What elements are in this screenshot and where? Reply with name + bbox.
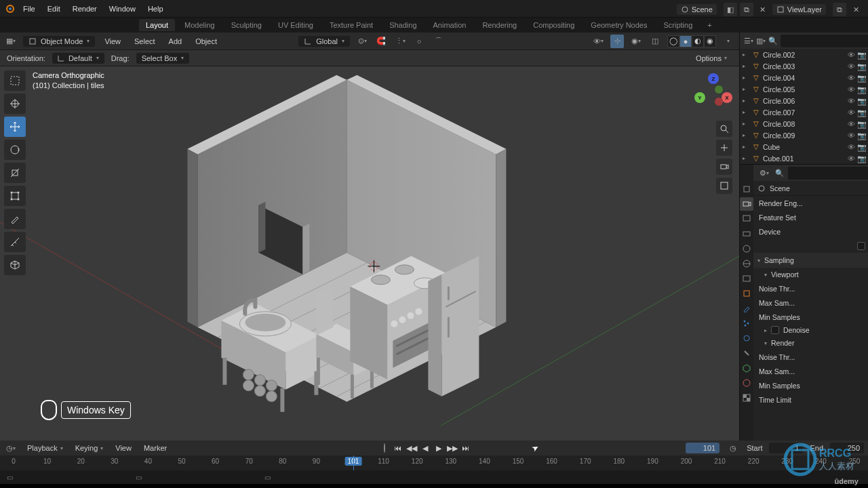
outliner-item[interactable]: ▸ ▽ Circle.002 👁 📷 <box>740 49 868 60</box>
axis-neg-y[interactable] <box>715 85 723 94</box>
open-shading-checkbox[interactable] <box>857 242 865 250</box>
disable-render-icon[interactable]: 📷 <box>857 62 865 70</box>
disable-render-icon[interactable]: 📷 <box>857 85 865 94</box>
outliner-list[interactable]: ▸ ▽ Circle.002 👁 📷 ▸ ▽ Circle.003 👁 📷 ▸ … <box>740 49 868 164</box>
gizmos-toggle-icon[interactable]: ⊹ <box>610 35 624 48</box>
disable-render-icon[interactable]: 📷 <box>857 74 865 82</box>
subsection-render[interactable]: ▾Render ≡ <box>753 336 868 350</box>
render-menu[interactable]: Render <box>67 2 102 16</box>
timeline-type-icon[interactable]: ◷▾ <box>4 441 18 455</box>
outliner-item[interactable]: ▸ ▽ Cube.001 👁 📷 <box>740 152 868 164</box>
viewlayer-selector[interactable]: ViewLayer <box>772 4 826 15</box>
axis-x[interactable]: X <box>722 92 732 103</box>
ptab-collection-icon[interactable] <box>740 272 753 285</box>
snap-options-icon[interactable]: ⋮▾ <box>393 35 407 48</box>
navigation-gizmo[interactable]: Z Y X <box>694 73 732 111</box>
ptab-constraints-icon[interactable] <box>740 346 753 360</box>
tab-geometry-nodes[interactable]: Geometry Nodes <box>584 19 654 31</box>
ptab-scene-icon[interactable] <box>740 242 753 256</box>
preview-range-icon[interactable]: ◷ <box>726 441 740 455</box>
add-cube-tool-icon[interactable] <box>4 255 26 275</box>
disclosure-icon[interactable]: ▸ <box>743 52 749 58</box>
disclosure-icon[interactable]: ▸ <box>743 98 749 104</box>
ptab-output-icon[interactable] <box>740 212 753 226</box>
ptab-viewlayer-icon[interactable] <box>740 227 753 241</box>
hide-viewport-icon[interactable]: 👁 <box>848 51 856 59</box>
keyframe-next-icon[interactable]: ▶▶ <box>446 442 458 454</box>
shading-options-icon[interactable]: ▾ <box>722 35 735 48</box>
outliner-item[interactable]: ▸ ▽ Cube 👁 📷 <box>740 141 868 152</box>
move-tool-icon[interactable] <box>4 117 26 137</box>
select-box-tool-icon[interactable] <box>4 70 26 91</box>
properties-search-input[interactable] <box>788 167 868 180</box>
disclosure-icon[interactable]: ▸ <box>743 155 749 161</box>
hide-viewport-icon[interactable]: 👁 <box>848 155 856 163</box>
tab-sculpting[interactable]: Sculpting <box>224 19 269 31</box>
outliner-item[interactable]: ▸ ▽ Circle.006 👁 📷 <box>740 95 868 106</box>
editor-type-icon[interactable]: ▦▾ <box>4 35 18 48</box>
subsection-denoise[interactable]: ▸ Denoise <box>753 324 868 336</box>
disclosure-icon[interactable]: ▸ <box>743 75 749 81</box>
rotate-tool-icon[interactable] <box>4 140 26 160</box>
disable-render-icon[interactable]: 📷 <box>857 51 865 59</box>
tab-modeling[interactable]: Modeling <box>178 19 222 31</box>
ptab-particles-icon[interactable] <box>740 317 753 330</box>
tool-options-button[interactable]: Options ▾ <box>690 53 732 64</box>
viewport-canvas[interactable]: Camera Orthographic (101) Collection | t… <box>0 66 739 441</box>
disable-render-icon[interactable]: 📷 <box>857 120 865 128</box>
current-frame-field[interactable]: 101 <box>686 443 719 453</box>
tab-animation[interactable]: Animation <box>427 19 473 31</box>
cursor-tool-icon[interactable] <box>4 94 26 114</box>
outliner-item[interactable]: ▸ ▽ Circle.005 👁 📷 <box>740 83 868 95</box>
hide-viewport-icon[interactable]: 👁 <box>848 120 856 128</box>
mode-select[interactable]: Object Mode ▾ <box>23 36 95 47</box>
zoom-icon[interactable] <box>716 121 732 137</box>
help-menu[interactable]: Help <box>142 2 169 16</box>
outliner-type-icon[interactable]: ☰▾ <box>744 34 753 47</box>
shading-rendered-icon[interactable]: ◉ <box>704 35 716 47</box>
axis-z[interactable]: Z <box>708 73 719 84</box>
ptab-tool-icon[interactable] <box>740 182 753 196</box>
keyframe-prev-icon[interactable]: ◀◀ <box>406 442 418 454</box>
axis-neg-x[interactable] <box>715 98 723 106</box>
timeline-view-menu[interactable]: View <box>113 443 134 453</box>
select-menu[interactable]: Select <box>130 35 159 47</box>
tab-uv-editing[interactable]: UV Editing <box>271 19 320 31</box>
scale-tool-icon[interactable] <box>4 163 26 183</box>
autokey-icon[interactable] <box>384 444 385 452</box>
shading-wireframe-icon[interactable]: ◯ <box>667 35 679 47</box>
disclosure-icon[interactable]: ▸ <box>743 109 749 115</box>
disclosure-icon[interactable]: ▸ <box>743 63 749 69</box>
play-reverse-icon[interactable]: ◀ <box>419 442 431 454</box>
hide-viewport-icon[interactable]: 👁 <box>848 108 856 117</box>
visibility-toggles-icon[interactable]: 👁▾ <box>591 35 605 48</box>
view-menu[interactable]: View <box>100 35 125 47</box>
jump-end-icon[interactable]: ⏭ <box>460 442 472 454</box>
ptab-material-icon[interactable] <box>740 376 753 390</box>
viewlayer-add-icon[interactable]: ⧉ <box>833 3 846 16</box>
ptab-data-icon[interactable] <box>740 361 753 375</box>
hide-viewport-icon[interactable]: 👁 <box>848 74 856 82</box>
outliner-item[interactable]: ▸ ▽ Circle.009 👁 📷 <box>740 129 868 141</box>
ptab-modifiers-icon[interactable] <box>740 302 753 315</box>
tab-layout[interactable]: Layout <box>139 19 175 31</box>
timeline-ruler[interactable]: 0102030405060708090100101110120130140150… <box>0 455 868 470</box>
section-sampling[interactable]: ▾Sampling ⠿ <box>753 253 868 268</box>
tab-scripting[interactable]: Scripting <box>656 19 699 31</box>
hide-viewport-icon[interactable]: 👁 <box>848 97 856 105</box>
disable-render-icon[interactable]: 📷 <box>857 155 865 163</box>
scene-add-icon[interactable]: ⧉ <box>740 3 753 16</box>
shading-solid-icon[interactable]: ● <box>679 35 692 47</box>
tab-rendering[interactable]: Rendering <box>475 19 524 31</box>
drag-select[interactable]: Select Box ▾ <box>136 53 190 64</box>
pan-icon[interactable] <box>716 140 732 156</box>
disclosure-icon[interactable]: ▸ <box>743 121 749 127</box>
viewlayer-remove-icon[interactable]: ✕ <box>849 3 863 16</box>
ptab-physics-icon[interactable] <box>740 331 753 345</box>
scene-browse-icon[interactable]: ◧ <box>724 3 737 16</box>
disclosure-icon[interactable]: ▸ <box>743 132 749 138</box>
disclosure-icon[interactable]: ▸ <box>743 86 749 92</box>
add-workspace-icon[interactable]: + <box>702 19 717 31</box>
edit-menu[interactable]: Edit <box>42 2 66 16</box>
pivot-dropdown-icon[interactable]: ⊙▾ <box>355 35 369 48</box>
